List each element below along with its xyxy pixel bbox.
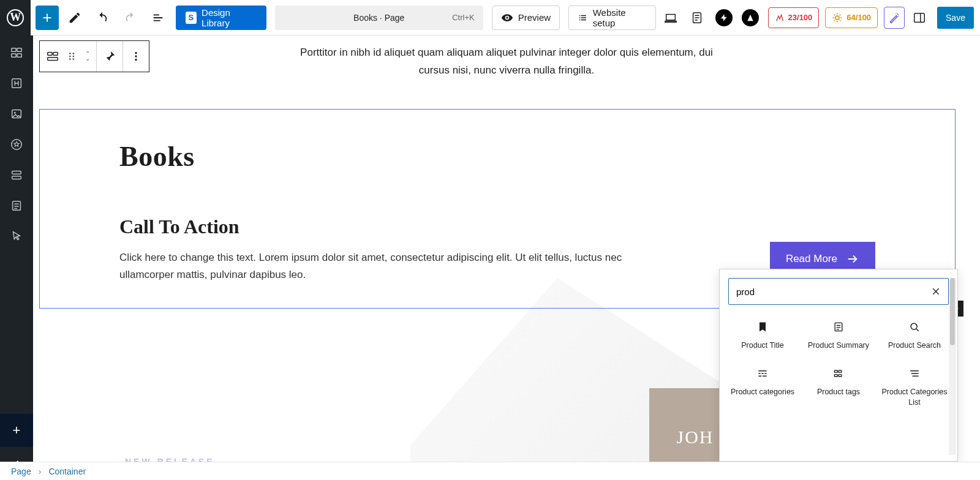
speed-button[interactable] xyxy=(712,6,735,30)
svg-rect-3 xyxy=(12,48,16,52)
inserter-search-input[interactable] xyxy=(736,287,931,297)
mover-arrows[interactable]: ⌃⌄ xyxy=(85,51,90,61)
cursor-icon xyxy=(10,230,23,243)
wordpress-logo-cell[interactable]: W xyxy=(0,0,31,36)
left-add-button[interactable]: + xyxy=(0,414,33,447)
nav-star-button[interactable] xyxy=(9,137,24,152)
inserter-item[interactable]: Product tags xyxy=(802,360,875,413)
inserter-item-label: Product Categories List xyxy=(880,387,949,407)
left-nav: + xyxy=(0,36,33,480)
hero-paragraph[interactable]: Porttitor in nibh id aliquet quam aliqua… xyxy=(286,44,727,80)
preview-button[interactable]: Preview xyxy=(492,6,560,30)
svg-point-1 xyxy=(835,16,839,20)
cta-heading[interactable]: Call To Action xyxy=(119,216,745,238)
nav-image-button[interactable] xyxy=(9,107,24,121)
performance-score-badge[interactable]: 64/100 xyxy=(825,7,878,28)
nav-form-button[interactable] xyxy=(9,198,24,213)
block-options-segment[interactable] xyxy=(123,41,149,72)
inserter-item[interactable]: Product Search xyxy=(878,313,951,356)
inserter-scrollbar[interactable] xyxy=(949,278,956,455)
design-library-button[interactable]: S Design Library xyxy=(176,6,266,30)
summary-icon xyxy=(831,320,846,334)
inserter-item-label: Product categories xyxy=(731,387,794,397)
clear-search-button[interactable] xyxy=(931,287,941,296)
svg-point-18 xyxy=(69,56,71,58)
svg-rect-11 xyxy=(12,171,21,174)
add-block-button[interactable] xyxy=(36,6,58,30)
inserter-item[interactable]: Product Title xyxy=(726,313,799,356)
design-library-label: Design Library xyxy=(202,7,257,28)
website-setup-label: Website setup xyxy=(593,7,647,28)
save-label: Save xyxy=(946,13,965,23)
svg-point-17 xyxy=(69,53,71,54)
inserter-item[interactable]: Product categories xyxy=(726,360,799,413)
cta-paragraph[interactable]: Click here to change this text. Lorem ip… xyxy=(119,249,628,283)
inserter-item-label: Product Summary xyxy=(808,340,869,350)
search-icon xyxy=(907,320,922,334)
sidebar-toggle-button[interactable] xyxy=(908,6,931,30)
nav-rows-button[interactable] xyxy=(9,168,24,182)
desktop-view-button[interactable] xyxy=(660,6,682,30)
bookmark-icon xyxy=(755,320,770,334)
book-cover-text: JOH xyxy=(676,427,714,448)
bolt-badge-icon xyxy=(715,9,733,26)
block-toolbar: ⌃⌄ xyxy=(39,40,149,72)
books-heading[interactable]: Books xyxy=(119,140,875,173)
nav-cursor-button[interactable] xyxy=(9,229,24,244)
container-icon xyxy=(46,50,59,63)
svg-rect-16 xyxy=(48,58,58,61)
scrollbar-thumb[interactable] xyxy=(950,278,955,345)
details-button[interactable] xyxy=(686,6,709,30)
svg-point-20 xyxy=(72,53,74,54)
pin-icon xyxy=(103,50,116,63)
block-parent-segment[interactable] xyxy=(97,41,123,72)
seo-icon xyxy=(775,13,785,23)
document-title-shortcut: Ctrl+K xyxy=(452,13,474,22)
document-title-button[interactable]: Books · Page Ctrl+K xyxy=(275,6,483,30)
block-type-segment[interactable]: ⌃⌄ xyxy=(40,41,97,72)
preview-label: Preview xyxy=(518,12,551,23)
redo-button[interactable] xyxy=(119,6,141,30)
inserter-item[interactable]: Product Categories List xyxy=(878,360,951,413)
star-circle-icon xyxy=(10,138,23,151)
categories-icon xyxy=(755,366,770,381)
drag-handle-icon xyxy=(66,50,79,63)
svg-rect-28 xyxy=(834,370,837,372)
grid-icon xyxy=(10,46,23,59)
svg-rect-4 xyxy=(17,48,21,52)
svg-rect-15 xyxy=(53,53,58,56)
list-icon xyxy=(151,11,165,24)
svg-point-22 xyxy=(72,58,74,60)
ai-wand-button[interactable] xyxy=(884,7,905,29)
svg-rect-6 xyxy=(17,54,21,58)
close-icon xyxy=(931,287,941,296)
inserter-search-box xyxy=(728,278,949,305)
svg-rect-5 xyxy=(12,54,16,58)
eye-icon xyxy=(501,12,513,24)
inserter-item[interactable]: Product Summary xyxy=(802,313,875,356)
svg-point-21 xyxy=(72,56,74,58)
nav-grid-button[interactable] xyxy=(9,45,24,60)
astra-button[interactable] xyxy=(739,6,761,30)
edit-tool-button[interactable] xyxy=(64,6,86,30)
pencil-icon xyxy=(68,11,81,24)
undo-button[interactable] xyxy=(91,6,114,30)
svg-rect-30 xyxy=(834,375,837,377)
svg-rect-14 xyxy=(48,53,52,56)
document-overview-button[interactable] xyxy=(146,6,169,30)
redo-icon xyxy=(124,11,137,24)
breadcrumb-container[interactable]: Container xyxy=(48,467,86,476)
seo-score-badge[interactable]: 23/100 xyxy=(768,7,820,28)
rows-icon xyxy=(10,168,23,182)
nav-heading-button[interactable] xyxy=(9,76,24,91)
svg-point-9 xyxy=(14,112,16,114)
new-release-label: NEW RELEASE xyxy=(125,457,215,462)
breadcrumb: Page › Container xyxy=(0,462,980,480)
website-setup-button[interactable]: Website setup xyxy=(568,6,656,30)
astra-icon xyxy=(742,9,759,26)
svg-rect-12 xyxy=(12,176,21,179)
save-button[interactable]: Save xyxy=(937,7,974,29)
panel-icon xyxy=(913,11,926,24)
inserter-item-label: Product Search xyxy=(888,340,941,350)
breadcrumb-page[interactable]: Page xyxy=(11,467,31,476)
